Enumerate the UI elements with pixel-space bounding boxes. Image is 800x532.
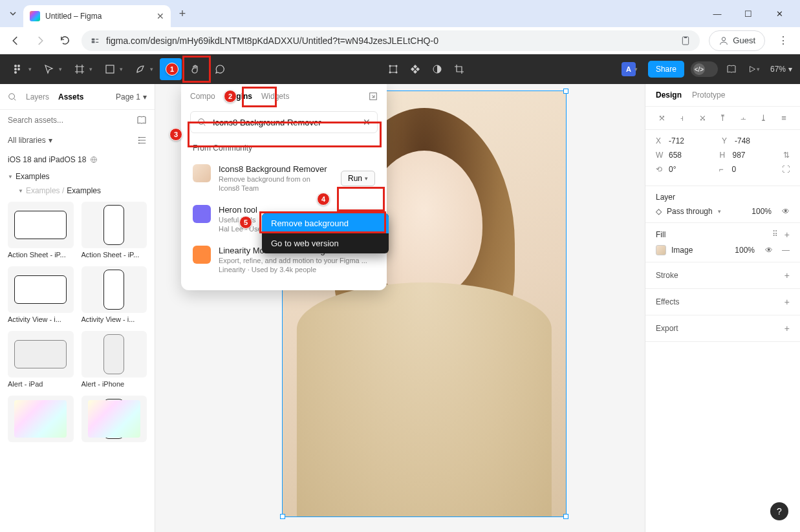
edit-object-icon[interactable] (388, 64, 398, 74)
close-window-button[interactable]: ✕ (770, 9, 788, 19)
tab-list-dropdown[interactable] (5, 6, 21, 21)
add-stroke-button[interactable]: + (784, 270, 790, 281)
independent-corners-icon[interactable]: ⛶ (782, 165, 790, 174)
rotation-field[interactable]: ⟲0° (656, 165, 713, 174)
selection-handle[interactable] (563, 514, 568, 519)
y-field[interactable]: Y-748 (722, 136, 781, 145)
new-tab-button[interactable]: + (173, 5, 191, 23)
page-selector[interactable]: Page 1 ▾ (116, 92, 147, 101)
maximize-button[interactable]: ☐ (739, 9, 757, 19)
tab-design[interactable]: Design (656, 90, 682, 100)
tab-close-icon[interactable]: ✕ (157, 11, 164, 21)
tree-examples[interactable]: ▼ Examples (0, 169, 155, 184)
eye-icon[interactable]: 👁 (765, 246, 773, 255)
asset-item[interactable]: Action Sheet - iP... (8, 202, 74, 259)
x-field[interactable]: X-712 (656, 136, 715, 145)
user-avatar[interactable]: A (622, 62, 636, 76)
remove-fill-icon[interactable]: — (782, 246, 790, 255)
install-app-icon[interactable] (680, 36, 691, 46)
fill-swatch[interactable] (656, 245, 666, 255)
menu-go-to-web[interactable]: Go to web version (262, 233, 389, 253)
add-effect-button[interactable]: + (784, 297, 790, 307)
shape-tool-icon[interactable] (99, 58, 121, 80)
asset-item[interactable]: Activity View - i... (81, 266, 147, 323)
add-fill-button[interactable]: + (784, 229, 790, 240)
tab-prototype[interactable]: Prototype (692, 90, 725, 100)
chevron-down-icon[interactable]: ▾ (634, 66, 638, 72)
align-hcenter-icon[interactable]: ⫞ (676, 113, 688, 123)
tab-layers[interactable]: Layers (26, 92, 49, 101)
asset-item[interactable]: Activity View - i... (8, 266, 74, 323)
add-export-button[interactable]: + (784, 323, 790, 334)
canvas[interactable]: Compo Plugins Widgets ✕ From Community I… (155, 84, 645, 532)
asset-item[interactable]: Alert - iPhone (81, 331, 147, 388)
fill-row[interactable]: Image 100% 👁 — (656, 245, 790, 255)
address-bar[interactable]: figma.com/design/mHy69ikdLNTMt8pKdADXXU/… (81, 30, 700, 51)
distribute-icon[interactable]: ≡ (778, 113, 790, 123)
frame-tool-icon[interactable] (69, 58, 91, 80)
effects-section[interactable]: Effects + (645, 289, 800, 315)
asset-item[interactable]: Alert - iPad (8, 331, 74, 388)
selection-handle[interactable] (280, 514, 285, 519)
move-tool-icon[interactable] (38, 58, 60, 80)
selection-handle[interactable] (563, 89, 568, 94)
asset-item[interactable]: Action Sheet - iP... (81, 202, 147, 259)
corner-field[interactable]: ⌐0 (719, 165, 776, 174)
browser-menu-button[interactable]: ⋮ (774, 34, 792, 47)
align-left-icon[interactable]: ⤧ (656, 113, 667, 123)
asset-item[interactable] (8, 396, 74, 445)
list-view-icon[interactable] (138, 136, 147, 145)
eye-icon[interactable]: 👁 (782, 207, 790, 216)
search-icon[interactable] (8, 92, 17, 101)
mask-icon[interactable] (432, 64, 442, 74)
h-field[interactable]: H987 (720, 151, 777, 160)
tab-assets[interactable]: Assets (58, 92, 83, 101)
align-top-icon[interactable]: ⤒ (717, 113, 729, 123)
expand-icon[interactable] (369, 92, 378, 101)
back-button[interactable] (8, 33, 23, 48)
menu-remove-background[interactable]: Remove background (262, 213, 389, 233)
forward-button[interactable] (32, 33, 48, 48)
asset-item[interactable] (81, 396, 147, 445)
site-settings-icon[interactable] (91, 36, 100, 45)
help-button[interactable]: ? (770, 502, 788, 520)
library-icon[interactable] (724, 58, 739, 80)
dev-mode-toggle[interactable]: </> (691, 61, 718, 77)
comment-tool-icon[interactable] (209, 58, 231, 80)
minimize-button[interactable]: — (708, 9, 726, 19)
share-button[interactable]: Share (648, 61, 684, 78)
plugin-result[interactable]: Icons8 Background Remover Remove backgro… (181, 158, 387, 198)
plugin-search[interactable]: ✕ (190, 111, 378, 133)
align-bottom-icon[interactable]: ⤓ (758, 113, 770, 123)
constrain-icon[interactable]: ⇅ (783, 151, 790, 160)
tab-widgets[interactable]: Widgets (261, 90, 289, 102)
zoom-dropdown[interactable]: 67% ▾ (770, 65, 792, 74)
book-icon[interactable] (136, 115, 147, 125)
tab-components[interactable]: Compo (190, 90, 215, 102)
library-selector[interactable]: All libraries ▾ (8, 136, 52, 145)
present-icon[interactable] (745, 58, 759, 80)
svg-point-17 (395, 72, 397, 74)
component-icon[interactable] (410, 64, 420, 74)
grid-icon[interactable]: ⠿ (772, 229, 778, 240)
stroke-section[interactable]: Stroke + (645, 262, 800, 289)
align-right-icon[interactable]: ⤩ (697, 113, 708, 123)
run-button[interactable]: Run ▾ (341, 171, 375, 186)
pen-tool-icon[interactable] (129, 58, 151, 80)
figma-menu-icon[interactable] (8, 58, 30, 80)
align-vcenter-icon[interactable]: ⫠ (737, 113, 749, 123)
w-field[interactable]: W658 (656, 151, 713, 160)
crop-icon[interactable] (454, 64, 464, 74)
export-section[interactable]: Export + (645, 315, 800, 342)
clear-search-icon[interactable]: ✕ (363, 117, 371, 127)
profile-chip[interactable]: Guest (709, 30, 765, 51)
library-kit-row[interactable]: iOS 18 and iPadOS 18 (0, 150, 155, 169)
reload-button[interactable] (57, 33, 72, 48)
tree-breadcrumb[interactable]: ▼ Examples / Examples (0, 184, 155, 198)
blend-mode-row[interactable]: ◇ Pass through ▾ 100% 👁 (656, 207, 790, 216)
hand-tool-icon[interactable] (184, 58, 206, 80)
plugin-search-input[interactable] (213, 118, 356, 127)
assets-search-input[interactable] (8, 116, 131, 125)
browser-tab[interactable]: Untitled – Figma ✕ (23, 5, 171, 27)
svg-rect-13 (390, 66, 396, 72)
